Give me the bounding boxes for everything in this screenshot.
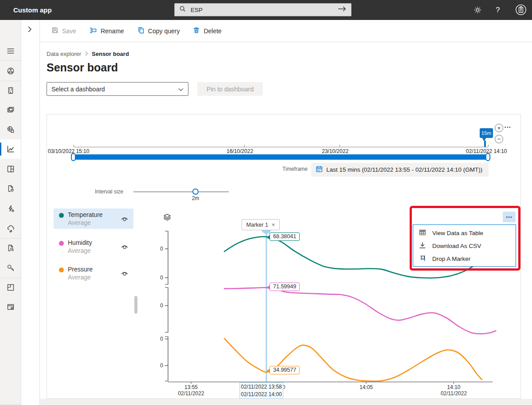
svg-text:60: 60 (160, 336, 163, 342)
delete-button[interactable]: Delete (193, 27, 221, 35)
help-icon[interactable]: ? (496, 6, 500, 15)
breadcrumb-chevron-icon (85, 51, 88, 57)
top-bar: Custom app ? (0, 0, 532, 20)
rename-icon (90, 27, 97, 35)
sidebar-item-customization[interactable] (0, 297, 21, 317)
app-title: Custom app (13, 0, 52, 20)
marker-flag-icon (419, 255, 426, 263)
save-icon (51, 27, 59, 35)
timeline-mid-label: 16/10/2022 (227, 148, 253, 154)
legend-scrollbar-thumb[interactable] (134, 296, 137, 314)
menu-item-download-as-csv[interactable]: Download As CSV (413, 240, 516, 252)
pressure-value-callout: 34.99577 (270, 366, 300, 374)
svg-text:14:05: 14:05 (360, 384, 373, 390)
svg-text:14:10: 14:10 (447, 384, 460, 390)
svg-text:40: 40 (160, 275, 163, 281)
sidebar-item-edit-layout[interactable] (0, 278, 21, 297)
expand-chevron-icon[interactable] (26, 26, 33, 35)
marker-time-range-box: 02/11/2022 13:58 02/11/2022 14:00 (239, 382, 283, 399)
range-slider-right-handle[interactable] (485, 153, 490, 161)
svg-text:60: 60 (160, 246, 163, 252)
copy-icon (137, 27, 145, 35)
breadcrumb-parent[interactable]: Data explorer (47, 51, 81, 57)
timeline-range-slider[interactable] (74, 154, 488, 160)
temperature-value-callout: 68.38041 (270, 232, 300, 241)
data-explorer-card: + ••• − 15m 03/10/2022 15:10 16/10/2022 … (47, 114, 521, 399)
interval-slider-handle[interactable] (192, 189, 199, 195)
interval-slider-track[interactable] (133, 192, 229, 192)
breadcrumb: Data explorer Sensor board (47, 51, 129, 57)
timeline-tick (488, 145, 489, 147)
humidity-value-callout: 71.59949 (270, 283, 300, 291)
legend-item-pressure[interactable]: Pressure Average (54, 263, 133, 283)
svg-text:02/11/2022: 02/11/2022 (178, 390, 204, 397)
temperature-series-dot (59, 213, 64, 218)
sidebar-item-rules[interactable] (0, 179, 21, 198)
range-slider-left-handle[interactable] (71, 153, 76, 161)
copy-query-button[interactable]: Copy query (137, 27, 180, 35)
account-badge-icon[interactable] (514, 3, 528, 16)
save-button[interactable]: Save (51, 27, 76, 35)
dashboard-select[interactable]: Select a dashboard (47, 82, 188, 96)
visibility-eye-icon[interactable] (120, 214, 129, 225)
pressure-series-dot (59, 267, 64, 272)
sidebar-item-permissions[interactable] (0, 258, 21, 278)
svg-text:13:55: 13:55 (184, 384, 198, 390)
timeline-start-label: 03/10/2022 15:10 (48, 148, 89, 154)
legend-item-temperature[interactable]: Temperature Average (54, 208, 133, 229)
menu-item-view-data-as-table[interactable]: View Data as Table (413, 227, 516, 240)
rename-button[interactable]: Rename (90, 27, 124, 35)
search-submit-arrow-icon[interactable] (338, 6, 347, 14)
sidebar-item-devices[interactable] (0, 81, 21, 100)
timeline-tick (244, 145, 245, 147)
visibility-eye-icon[interactable] (120, 242, 129, 253)
sidebar-item-dashboards[interactable] (0, 159, 21, 179)
bottom-strip (40, 399, 532, 405)
timeline-more-icon[interactable]: ••• (505, 125, 511, 130)
timeframe-label: Timeframe (269, 166, 308, 172)
timeline-axis (74, 147, 488, 147)
sidebar-item-jobs[interactable] (0, 199, 21, 218)
svg-text:02/11/2022: 02/11/2022 (441, 390, 467, 397)
chevron-down-icon (178, 86, 184, 93)
sidebar-item-data-explorer[interactable] (0, 139, 21, 159)
settings-gear-icon[interactable] (473, 6, 482, 14)
visibility-eye-icon[interactable] (120, 269, 129, 279)
timeline-window-flag[interactable]: 15m (480, 128, 493, 138)
timeline-zoom-out-button[interactable]: − (495, 135, 503, 143)
sidebar-item-data-export[interactable] (0, 219, 21, 238)
timeframe-button[interactable]: Last 15 mins (02/11/2022 13:55 - 02/11/2… (311, 163, 489, 177)
sidebar-item-overview[interactable] (0, 61, 21, 81)
marker-label-box[interactable]: Marker 1 × (242, 219, 280, 230)
sidebar-item-audit-logs[interactable] (0, 238, 21, 258)
panel-collapse-column (21, 20, 40, 405)
chart-more-button[interactable]: ••• (503, 212, 516, 222)
search-input[interactable] (190, 6, 338, 14)
timeline-flag-stem (484, 141, 486, 147)
trash-icon (193, 27, 200, 35)
page-title: Sensor board (47, 61, 118, 74)
svg-text:40: 40 (160, 362, 163, 369)
interval-size-value: 2m (189, 195, 202, 201)
pin-to-dashboard-button[interactable]: Pin to dashboard (197, 82, 263, 96)
timeline-tick (74, 145, 74, 147)
calendar-icon (316, 165, 323, 174)
sidebar-item-device-templates[interactable] (0, 100, 21, 120)
search-icon (179, 5, 186, 14)
humidity-series-dot (59, 241, 64, 246)
search-box[interactable] (174, 3, 352, 16)
left-nav-rail (0, 20, 21, 405)
download-icon (419, 242, 426, 250)
marker-close-icon[interactable]: × (272, 222, 275, 228)
app-window: Custom app ? (0, 0, 532, 405)
legend-item-humidity[interactable]: Humidity Average (54, 236, 133, 257)
menu-item-drop-a-marker[interactable]: Drop A Marker (413, 252, 516, 265)
sidebar-item-device-groups[interactable] (0, 120, 21, 139)
hamburger-menu-icon[interactable] (0, 41, 21, 61)
interval-size-label: Interval size (95, 189, 123, 195)
svg-text:60: 60 (160, 303, 163, 309)
table-icon (419, 229, 426, 237)
timeline-zoom-in-button[interactable]: + (495, 124, 503, 132)
timeline-tick (340, 145, 340, 147)
timeline-mid-label: 23/10/2022 (322, 148, 348, 154)
